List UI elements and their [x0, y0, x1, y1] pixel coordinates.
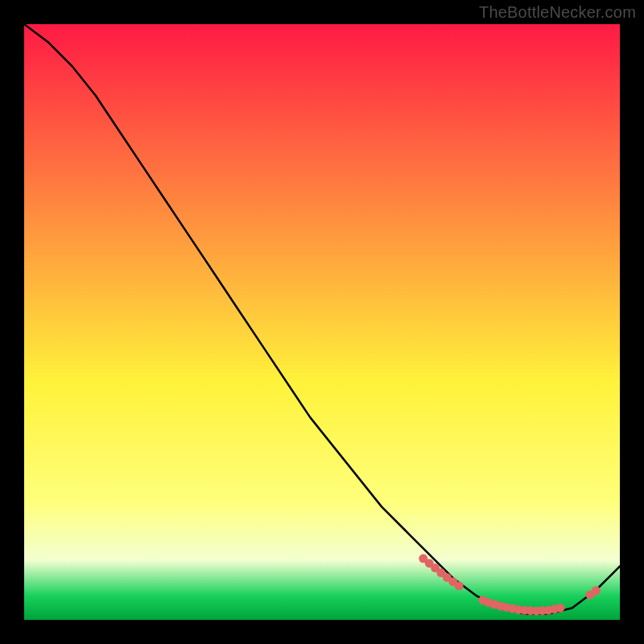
plot-area — [24, 24, 620, 620]
data-marker — [455, 581, 464, 590]
gradient-background — [24, 24, 620, 620]
data-marker — [592, 586, 601, 595]
watermark-text: TheBottleNecker.com — [479, 3, 636, 22]
data-marker — [556, 604, 565, 613]
chart-svg — [24, 24, 620, 620]
chart-container: TheBottleNecker.com — [0, 0, 644, 644]
